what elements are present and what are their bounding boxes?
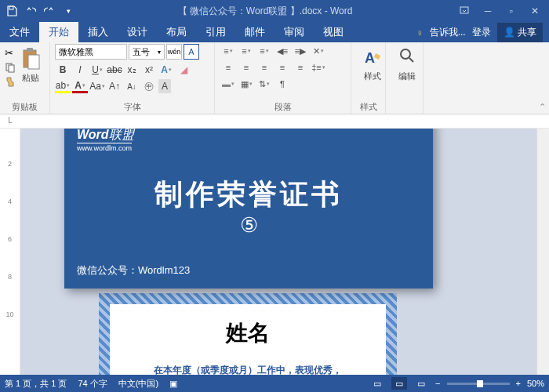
page-canvas[interactable]: Word联盟 www.wordlm.com 制作荣誉证书 ⑤ 微信公众号：Wor… [20,129,536,375]
text-effects-icon[interactable]: A [158,63,174,77]
paragraph-group: ≡ ≡ ≡ ◀≡ ≡▶ ✕ ≡ ≡ ≡ ≡ ≡ ‡≡ ▬ ▦ ⇅ ¶ 段落 [215,42,351,114]
align-left-icon[interactable]: ≡ [220,60,237,74]
decrease-indent-icon[interactable]: ◀≡ [274,44,291,58]
horizontal-ruler: L [0,114,549,129]
numbering-icon[interactable]: ≡ [238,44,255,58]
font-name-select[interactable]: 微软雅黑 [55,44,127,60]
close-icon[interactable]: ✕ [524,2,546,20]
align-center-icon[interactable]: ≡ [238,60,255,74]
underline-icon[interactable]: U [89,63,105,77]
char-shading-icon[interactable]: Aa [89,79,105,93]
web-layout-icon[interactable]: ▭ [413,377,429,390]
borders-icon[interactable]: ▦ [238,77,255,91]
overlay-footer: 微信公众号：Wordlm123 [77,263,190,278]
asian-layout-icon[interactable]: ✕ [310,44,327,58]
highlight-icon[interactable]: ab [55,79,71,93]
read-mode-icon[interactable]: ▭ [369,377,385,390]
font-size-select[interactable]: 五号▾ [129,44,165,60]
overlay-logo: Word联盟 [77,129,134,143]
paste-icon [20,47,41,71]
tab-review[interactable]: 审阅 [274,22,314,42]
overlay-title: 制作荣誉证书 [64,176,433,214]
tab-file[interactable]: 文件 [0,22,39,42]
justify-icon[interactable]: ≡ [274,60,291,74]
distribute-icon[interactable]: ≡ [292,60,309,74]
bullets-icon[interactable]: ≡ [220,44,237,58]
clipboard-group: ✂ 粘贴 剪贴板 [0,42,50,114]
ribbon: ✂ 粘贴 剪贴板 微软雅黑 五号▾ wén A B I U abc x₂ x² … [0,42,549,114]
svg-text:A: A [365,50,375,66]
quick-access-toolbar: ▾ [3,2,77,20]
share-button[interactable]: 👤 共享 [497,23,543,42]
svg-rect-6 [28,55,39,69]
zoom-slider[interactable] [447,383,510,385]
sort-icon[interactable]: ⇅ [256,77,273,91]
tab-mailings[interactable]: 邮件 [235,22,274,42]
shading-icon[interactable]: ▬ [220,77,237,91]
document-area: 2 4 6 8 10 Word联盟 www.wordlm.com 制作荣誉证书 … [0,129,549,375]
format-painter-icon[interactable] [5,76,16,87]
word-count[interactable]: 74 个字 [78,378,107,390]
styles-button[interactable]: A 样式 [356,44,389,82]
tab-references[interactable]: 引用 [196,22,235,42]
phonetic-guide-icon[interactable]: wén [166,44,182,60]
redo-icon[interactable] [41,2,58,20]
copy-icon[interactable] [5,62,16,73]
overlay-url: www.wordlm.com [77,143,132,152]
login-link[interactable]: 登录 [472,26,491,39]
char-shading2-icon[interactable]: A [158,79,171,93]
bold-icon[interactable]: B [55,63,71,77]
vertical-scrollbar[interactable] [536,129,549,375]
language-indicator[interactable]: 中文(中国) [118,378,158,390]
qat-dropdown-icon[interactable]: ▾ [60,2,77,20]
minimize-icon[interactable]: ─ [477,2,499,20]
editing-group: 编辑 [386,42,424,114]
enclose-char-icon[interactable]: ㊥ [141,79,157,93]
tab-view[interactable]: 视图 [314,22,353,42]
line-spacing-icon[interactable]: ‡≡ [310,60,327,74]
macro-icon[interactable]: ▣ [169,379,177,389]
paste-button[interactable]: 粘贴 [16,44,45,87]
splash-overlay: Word联盟 www.wordlm.com 制作荣誉证书 ⑤ 微信公众号：Wor… [64,129,433,289]
collapse-ribbon-icon[interactable]: ⌃ [539,102,546,112]
align-right-icon[interactable]: ≡ [256,60,273,74]
editing-button[interactable]: 编辑 [391,44,424,82]
shrink-font-icon[interactable]: A↓ [124,79,140,93]
undo-icon[interactable] [22,2,39,20]
superscript-icon[interactable]: x² [141,63,157,77]
print-layout-icon[interactable]: ▭ [391,377,407,390]
zoom-out-icon[interactable]: − [435,379,440,388]
maximize-icon[interactable]: ▫ [500,2,522,20]
character-border-icon[interactable]: A [184,44,199,60]
italic-icon[interactable]: I [72,63,88,77]
tab-layout[interactable]: 布局 [157,22,196,42]
show-marks-icon[interactable]: ¶ [274,77,291,91]
ribbon-options-icon[interactable] [453,2,475,20]
tab-design[interactable]: 设计 [118,22,157,42]
vertical-ruler[interactable]: 2 4 6 8 10 [0,129,20,375]
subscript-icon[interactable]: x₂ [124,63,140,77]
zoom-in-icon[interactable]: + [516,379,521,388]
cert-name-field: 姓名 [118,318,378,348]
increase-indent-icon[interactable]: ≡▶ [292,44,309,58]
overlay-number: ⑤ [64,213,433,238]
multilevel-icon[interactable]: ≡ [256,44,273,58]
tab-insert[interactable]: 插入 [78,22,118,42]
tab-home[interactable]: 开始 [39,22,78,42]
clear-format-eraser-icon[interactable]: ◢ [176,63,191,77]
tell-me-icon: ♀ [416,27,424,38]
certificate-page[interactable]: 姓名 在本年度（或季度或月）工作中，表现优秀， 成绩突出，被评为***公司（企业… [99,293,397,375]
statusbar: 第 1 页，共 1 页 74 个字 中文(中国) ▣ ▭ ▭ ▭ − + 50% [0,375,549,392]
font-color-icon[interactable]: A [72,79,88,93]
cut-icon[interactable]: ✂ [5,47,16,59]
strikethrough-icon[interactable]: abc [107,63,122,77]
window-controls: ─ ▫ ✕ [453,2,546,20]
page-indicator[interactable]: 第 1 页，共 1 页 [5,378,67,390]
save-icon[interactable] [3,2,20,20]
zoom-level[interactable]: 50% [527,379,544,388]
svg-rect-1 [460,7,468,13]
cert-body: 在本年度（或季度或月）工作中，表现优秀， 成绩突出，被评为***公司（企业）**… [118,362,378,375]
tell-me[interactable]: 告诉我... [430,26,466,39]
grow-font-icon[interactable]: A↑ [107,79,122,93]
styles-group: A 样式 样式 [351,42,386,114]
